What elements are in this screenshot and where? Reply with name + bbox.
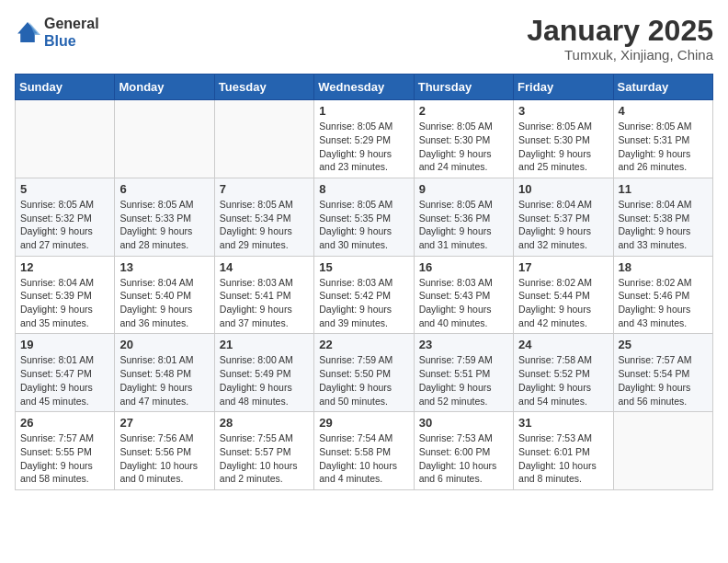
day-info: Sunrise: 8:03 AM Sunset: 5:43 PM Dayligh… — [419, 276, 508, 330]
calendar-cell: 3Sunrise: 8:05 AM Sunset: 5:30 PM Daylig… — [514, 100, 613, 178]
calendar-cell — [613, 412, 712, 490]
calendar-cell: 18Sunrise: 8:02 AM Sunset: 5:46 PM Dayli… — [613, 256, 712, 334]
week-row-1: 1Sunrise: 8:05 AM Sunset: 5:29 PM Daylig… — [16, 100, 713, 178]
logo-icon — [15, 19, 40, 45]
day-number: 5 — [20, 182, 109, 196]
day-info: Sunrise: 7:53 AM Sunset: 6:00 PM Dayligh… — [419, 431, 508, 486]
calendar-cell — [16, 100, 115, 178]
day-info: Sunrise: 7:57 AM Sunset: 5:55 PM Dayligh… — [20, 431, 109, 486]
calendar-cell: 14Sunrise: 8:03 AM Sunset: 5:41 PM Dayli… — [214, 256, 313, 334]
day-info: Sunrise: 7:59 AM Sunset: 5:50 PM Dayligh… — [319, 353, 408, 408]
day-number: 3 — [518, 104, 608, 118]
month-title: January 2025 — [527, 15, 713, 47]
calendar-cell: 13Sunrise: 8:04 AM Sunset: 5:40 PM Dayli… — [115, 256, 214, 334]
day-number: 22 — [319, 338, 408, 351]
calendar-cell: 12Sunrise: 8:04 AM Sunset: 5:39 PM Dayli… — [16, 256, 115, 334]
day-info: Sunrise: 7:58 AM Sunset: 5:52 PM Dayligh… — [518, 353, 608, 408]
day-info: Sunrise: 7:56 AM Sunset: 5:56 PM Dayligh… — [119, 431, 209, 486]
calendar-cell: 1Sunrise: 8:05 AM Sunset: 5:29 PM Daylig… — [314, 100, 414, 178]
day-number: 9 — [419, 182, 508, 196]
day-info: Sunrise: 7:53 AM Sunset: 6:01 PM Dayligh… — [518, 431, 608, 486]
calendar-table: SundayMondayTuesdayWednesdayThursdayFrid… — [15, 74, 713, 490]
calendar-cell: 20Sunrise: 8:01 AM Sunset: 5:48 PM Dayli… — [115, 334, 214, 412]
day-number: 19 — [20, 338, 109, 351]
week-row-5: 26Sunrise: 7:57 AM Sunset: 5:55 PM Dayli… — [16, 412, 713, 490]
logo-general-text: General — [44, 16, 99, 31]
day-number: 2 — [419, 104, 508, 118]
day-info: Sunrise: 7:57 AM Sunset: 5:54 PM Dayligh… — [619, 353, 708, 408]
calendar-cell — [115, 100, 214, 178]
weekday-header-tuesday: Tuesday — [214, 75, 313, 100]
day-info: Sunrise: 8:03 AM Sunset: 5:42 PM Dayligh… — [319, 276, 408, 330]
calendar-cell: 4Sunrise: 8:05 AM Sunset: 5:31 PM Daylig… — [613, 100, 712, 178]
week-row-2: 5Sunrise: 8:05 AM Sunset: 5:32 PM Daylig… — [16, 178, 713, 256]
page-header: General Blue January 2025 Tumxuk, Xinjia… — [15, 15, 713, 63]
logo: General Blue — [15, 15, 99, 50]
day-number: 26 — [20, 416, 109, 430]
weekday-header-friday: Friday — [514, 75, 613, 100]
day-number: 6 — [119, 182, 209, 196]
day-info: Sunrise: 8:00 AM Sunset: 5:49 PM Dayligh… — [220, 353, 309, 408]
day-number: 8 — [319, 182, 408, 196]
calendar-cell: 15Sunrise: 8:03 AM Sunset: 5:42 PM Dayli… — [314, 256, 414, 334]
calendar-cell: 16Sunrise: 8:03 AM Sunset: 5:43 PM Dayli… — [414, 256, 513, 334]
day-info: Sunrise: 8:05 AM Sunset: 5:32 PM Dayligh… — [20, 198, 109, 252]
day-number: 4 — [619, 104, 708, 118]
weekday-header-thursday: Thursday — [414, 75, 513, 100]
calendar-cell: 8Sunrise: 8:05 AM Sunset: 5:35 PM Daylig… — [314, 178, 414, 256]
weekday-header-sunday: Sunday — [16, 75, 115, 100]
weekday-header-wednesday: Wednesday — [314, 75, 414, 100]
title-block: January 2025 Tumxuk, Xinjiang, China — [527, 15, 713, 63]
day-number: 24 — [518, 338, 608, 351]
week-row-4: 19Sunrise: 8:01 AM Sunset: 5:47 PM Dayli… — [16, 334, 713, 412]
day-info: Sunrise: 8:03 AM Sunset: 5:41 PM Dayligh… — [220, 276, 309, 330]
day-number: 23 — [419, 338, 508, 351]
weekday-header-saturday: Saturday — [613, 75, 712, 100]
day-info: Sunrise: 8:05 AM Sunset: 5:29 PM Dayligh… — [319, 120, 408, 174]
day-info: Sunrise: 8:05 AM Sunset: 5:35 PM Dayligh… — [319, 198, 408, 252]
calendar-cell: 25Sunrise: 7:57 AM Sunset: 5:54 PM Dayli… — [613, 334, 712, 412]
calendar-cell: 24Sunrise: 7:58 AM Sunset: 5:52 PM Dayli… — [514, 334, 613, 412]
day-number: 11 — [619, 182, 708, 196]
day-number: 20 — [119, 338, 209, 351]
day-info: Sunrise: 7:55 AM Sunset: 5:57 PM Dayligh… — [220, 431, 309, 486]
day-info: Sunrise: 8:04 AM Sunset: 5:38 PM Dayligh… — [619, 198, 708, 252]
calendar-cell: 2Sunrise: 8:05 AM Sunset: 5:30 PM Daylig… — [414, 100, 513, 178]
day-info: Sunrise: 8:05 AM Sunset: 5:33 PM Dayligh… — [119, 198, 209, 252]
day-info: Sunrise: 8:01 AM Sunset: 5:48 PM Dayligh… — [119, 353, 209, 408]
day-number: 12 — [20, 260, 109, 274]
day-number: 30 — [419, 416, 508, 430]
calendar-cell: 17Sunrise: 8:02 AM Sunset: 5:44 PM Dayli… — [514, 256, 613, 334]
day-number: 14 — [220, 260, 309, 274]
calendar-cell: 10Sunrise: 8:04 AM Sunset: 5:37 PM Dayli… — [514, 178, 613, 256]
day-number: 31 — [518, 416, 608, 430]
calendar-cell: 22Sunrise: 7:59 AM Sunset: 5:50 PM Dayli… — [314, 334, 414, 412]
day-info: Sunrise: 8:05 AM Sunset: 5:31 PM Dayligh… — [619, 120, 708, 174]
logo-blue-text: Blue — [44, 33, 76, 49]
day-info: Sunrise: 8:02 AM Sunset: 5:46 PM Dayligh… — [619, 276, 708, 330]
day-number: 21 — [220, 338, 309, 351]
calendar-cell — [214, 100, 313, 178]
calendar-cell: 30Sunrise: 7:53 AM Sunset: 6:00 PM Dayli… — [414, 412, 513, 490]
day-number: 10 — [518, 182, 608, 196]
day-number: 1 — [319, 104, 408, 118]
day-number: 16 — [419, 260, 508, 274]
day-info: Sunrise: 8:04 AM Sunset: 5:37 PM Dayligh… — [518, 198, 608, 252]
day-number: 28 — [220, 416, 309, 430]
day-info: Sunrise: 8:05 AM Sunset: 5:30 PM Dayligh… — [419, 120, 508, 174]
day-info: Sunrise: 8:05 AM Sunset: 5:34 PM Dayligh… — [220, 198, 309, 252]
location: Tumxuk, Xinjiang, China — [527, 47, 713, 63]
calendar-cell: 21Sunrise: 8:00 AM Sunset: 5:49 PM Dayli… — [214, 334, 313, 412]
day-info: Sunrise: 7:59 AM Sunset: 5:51 PM Dayligh… — [419, 353, 508, 408]
day-number: 25 — [619, 338, 708, 351]
calendar-cell: 26Sunrise: 7:57 AM Sunset: 5:55 PM Dayli… — [16, 412, 115, 490]
calendar-cell: 11Sunrise: 8:04 AM Sunset: 5:38 PM Dayli… — [613, 178, 712, 256]
weekday-header-monday: Monday — [115, 75, 214, 100]
day-info: Sunrise: 8:02 AM Sunset: 5:44 PM Dayligh… — [518, 276, 608, 330]
day-info: Sunrise: 8:01 AM Sunset: 5:47 PM Dayligh… — [20, 353, 109, 408]
calendar-cell: 19Sunrise: 8:01 AM Sunset: 5:47 PM Dayli… — [16, 334, 115, 412]
day-number: 27 — [119, 416, 209, 430]
calendar-cell: 23Sunrise: 7:59 AM Sunset: 5:51 PM Dayli… — [414, 334, 513, 412]
day-info: Sunrise: 8:05 AM Sunset: 5:36 PM Dayligh… — [419, 198, 508, 252]
day-number: 13 — [119, 260, 209, 274]
